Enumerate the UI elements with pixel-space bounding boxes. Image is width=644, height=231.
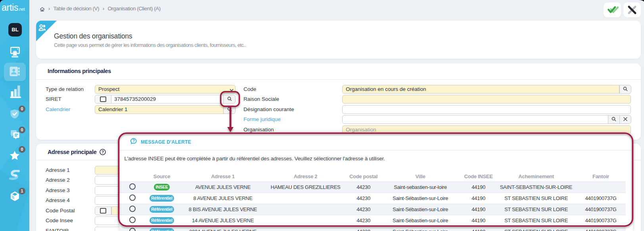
svg-text:?: ? bbox=[132, 139, 134, 143]
svg-text:?: ? bbox=[102, 150, 104, 154]
